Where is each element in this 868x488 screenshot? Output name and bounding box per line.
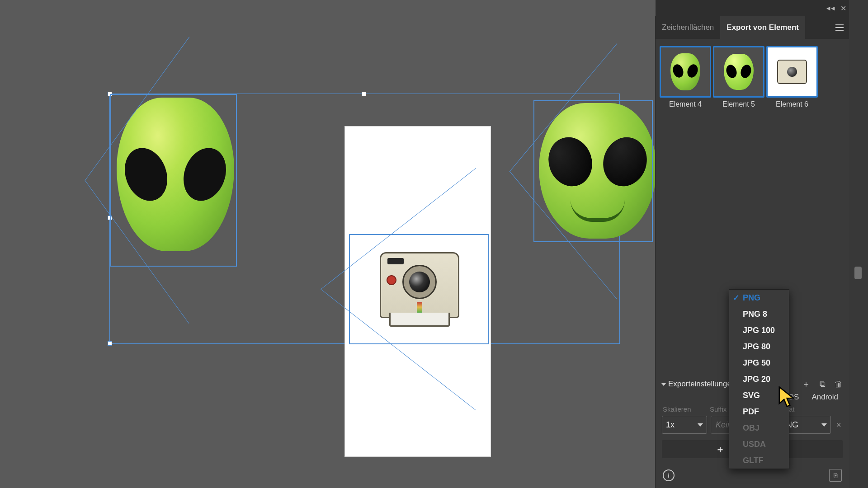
panel-floating-header: ◄◄ ✕ xyxy=(656,0,849,16)
format-option-label: SVG xyxy=(743,391,760,400)
format-option-label: PNG 8 xyxy=(743,310,767,319)
remove-row-icon[interactable]: × xyxy=(835,420,843,430)
panel-menu-icon[interactable] xyxy=(835,24,844,31)
checkmark-icon: ✓ xyxy=(733,293,740,303)
tab-export[interactable]: Export von Element xyxy=(720,16,805,39)
format-option-label: JPG 80 xyxy=(743,342,770,352)
asset-thumbnails: Element 4 Element 5 Element 6 xyxy=(656,39,849,111)
plus-icon: ＋ xyxy=(716,445,725,454)
format-option-label: USDA xyxy=(743,440,766,449)
format-option-obj: OBJ xyxy=(729,420,789,436)
format-option-label: GLTF xyxy=(743,456,764,465)
selection-camera[interactable] xyxy=(349,234,489,344)
panel-tabs: Zeichenflächen Export von Element xyxy=(656,16,849,39)
disclosure-icon[interactable] xyxy=(661,383,666,386)
format-option-png[interactable]: ✓ PNG xyxy=(729,290,789,306)
thumb-label: Element 4 xyxy=(669,100,702,108)
selection-alien-1[interactable] xyxy=(110,94,237,267)
alien-icon xyxy=(724,54,754,90)
format-option-label: JPG 100 xyxy=(743,326,775,335)
format-option-jpg20[interactable]: JPG 20 xyxy=(729,371,789,387)
scale-value: 1x xyxy=(666,420,675,430)
camera-icon xyxy=(777,60,807,84)
close-panel-icon[interactable]: ✕ xyxy=(840,4,846,13)
design-canvas[interactable]: ✓ PNG PNG 8 JPG 100 JPG 80 JPG 50 JPG 20… xyxy=(0,0,655,488)
preset-android[interactable]: Android xyxy=(811,393,838,402)
right-rail xyxy=(849,0,868,488)
duplicate-preset-icon[interactable]: ⧉ xyxy=(817,379,827,389)
scale-select[interactable]: 1x xyxy=(662,416,707,434)
chevron-down-icon xyxy=(698,423,703,427)
thumb-element-6[interactable]: Element 6 xyxy=(768,46,816,108)
selection-alien-2[interactable] xyxy=(533,100,653,242)
delete-preset-icon[interactable]: 🗑 xyxy=(834,379,844,389)
thumb-label: Element 5 xyxy=(722,100,755,108)
format-option-label: OBJ xyxy=(743,423,760,433)
format-option-jpg80[interactable]: JPG 80 xyxy=(729,338,789,355)
format-option-label: PNG xyxy=(743,293,760,303)
format-option-label: PDF xyxy=(743,407,759,417)
format-option-jpg100[interactable]: JPG 100 xyxy=(729,322,789,338)
alien-icon xyxy=(670,53,700,90)
info-icon[interactable]: i xyxy=(663,469,675,481)
add-preset-icon[interactable]: ＋ xyxy=(801,379,811,389)
format-option-jpg50[interactable]: JPG 50 xyxy=(729,355,789,371)
format-option-pdf[interactable]: PDF xyxy=(729,404,789,420)
thumb-element-4[interactable]: Element 4 xyxy=(661,46,710,108)
export-settings-title: Exporteinstellungen xyxy=(668,380,736,389)
scrollbar-thumb[interactable] xyxy=(854,267,862,279)
format-option-label: JPG 20 xyxy=(743,375,770,384)
format-option-png8[interactable]: PNG 8 xyxy=(729,306,789,322)
thumb-element-5[interactable]: Element 5 xyxy=(714,46,763,108)
thumb-label: Element 6 xyxy=(776,100,808,108)
col-scale: Skalieren xyxy=(663,405,697,413)
tab-artboards[interactable]: Zeichenflächen xyxy=(656,16,720,39)
format-option-gltf: GLTF xyxy=(729,452,789,469)
format-option-svg[interactable]: SVG xyxy=(729,387,789,404)
format-dropdown-menu[interactable]: ✓ PNG PNG 8 JPG 100 JPG 80 JPG 50 JPG 20… xyxy=(729,289,789,469)
export-prefix-icon[interactable]: ⎘ xyxy=(829,469,842,482)
chevron-down-icon xyxy=(821,423,827,427)
format-option-usda: USDA xyxy=(729,436,789,452)
collapse-panel-icon[interactable]: ◄◄ xyxy=(825,5,834,12)
format-option-label: JPG 50 xyxy=(743,358,770,368)
app-root: ✓ PNG PNG 8 JPG 100 JPG 80 JPG 50 JPG 20… xyxy=(0,0,868,488)
